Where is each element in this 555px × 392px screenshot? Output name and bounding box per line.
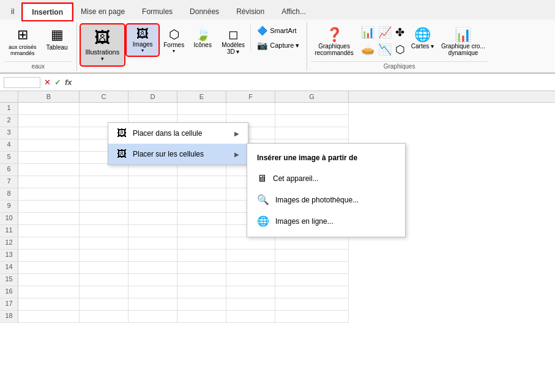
smartart-button[interactable]: 🔷 SmartArt [253, 24, 303, 37]
line-chart-button[interactable]: 📈 [377, 24, 393, 40]
grid-cell[interactable] [177, 286, 226, 298]
grid-cell[interactable] [80, 311, 129, 323]
grid-cell[interactable] [80, 286, 129, 298]
tableaux-croises-button[interactable]: ⊞ aux croisésmmandés [5, 24, 40, 59]
formes-button[interactable]: ⬡ Formes ▾ [160, 24, 188, 56]
pie-chart-button[interactable]: 🥧 [360, 42, 376, 57]
grid-cell[interactable] [275, 274, 349, 286]
grid-cell[interactable] [275, 213, 349, 225]
grid-cell[interactable] [275, 286, 349, 298]
icones-button[interactable]: 🍃 Icônes [189, 24, 216, 51]
grid-cell[interactable] [275, 164, 349, 176]
grid-cell[interactable] [226, 286, 275, 298]
confirm-icon[interactable]: ✓ [54, 78, 61, 87]
grid-cell[interactable] [226, 213, 275, 225]
grid-cell[interactable] [80, 201, 129, 213]
grid-cell[interactable] [226, 188, 275, 201]
grid-cell[interactable] [275, 225, 349, 237]
grid-cell[interactable] [226, 201, 275, 213]
grid-cell[interactable] [80, 127, 129, 139]
graphiques-recommandes-button[interactable]: ❓ Graphiquesrecommandés [311, 24, 357, 59]
grid-cell[interactable] [18, 176, 80, 188]
grid-cell[interactable] [226, 127, 275, 139]
grid-cell[interactable] [129, 176, 177, 188]
grid-cell[interactable] [177, 152, 226, 164]
tab-donnees[interactable]: Données [181, 4, 228, 20]
grid-cell[interactable] [18, 237, 80, 250]
grid-cell[interactable] [129, 311, 177, 323]
grid-cell[interactable] [177, 115, 226, 127]
grid-cell[interactable] [275, 188, 349, 201]
grid-cell[interactable] [275, 176, 349, 188]
grid-cell[interactable] [80, 164, 129, 176]
grid-cell[interactable] [129, 201, 177, 213]
grid-cell[interactable] [226, 103, 275, 115]
grid-cell[interactable] [275, 152, 349, 164]
grid-cell[interactable] [18, 250, 80, 262]
grid-cell[interactable] [226, 225, 275, 237]
grid-cell[interactable] [129, 298, 177, 311]
cartes-button[interactable]: 🌐 Cartes ▾ [409, 24, 436, 52]
tab-mise-en-page[interactable]: Mise en page [72, 4, 133, 20]
grid-cell[interactable] [226, 176, 275, 188]
bar-chart-button[interactable]: 📊 [360, 24, 376, 40]
grid-cell[interactable] [177, 213, 226, 225]
grid-cell[interactable] [80, 225, 129, 237]
grid-cell[interactable] [177, 250, 226, 262]
grid-cell[interactable] [18, 201, 80, 213]
grid-cell[interactable] [18, 164, 80, 176]
grid-cell[interactable] [275, 298, 349, 311]
grid-cell[interactable] [226, 250, 275, 262]
grid-cell[interactable] [80, 176, 129, 188]
grid-cell[interactable] [129, 188, 177, 201]
grid-cell[interactable] [18, 127, 80, 139]
grid-cell[interactable] [18, 103, 80, 115]
grid-cell[interactable] [226, 152, 275, 164]
grid-cell[interactable] [226, 311, 275, 323]
tab-affichage[interactable]: Affich... [273, 4, 315, 20]
grid-cell[interactable] [177, 127, 226, 139]
grid-cell[interactable] [129, 262, 177, 274]
grid-cell[interactable] [80, 188, 129, 201]
grid-cell[interactable] [129, 127, 177, 139]
grid-cell[interactable] [80, 298, 129, 311]
grid-cell[interactable] [177, 176, 226, 188]
grid-cell[interactable] [177, 164, 226, 176]
grid-cell[interactable] [129, 164, 177, 176]
grid-cell[interactable] [275, 139, 349, 152]
grid-cell[interactable] [226, 139, 275, 152]
tableau-button[interactable]: ▦ Tableau [43, 24, 72, 53]
grid-cell[interactable] [129, 152, 177, 164]
grid-cell[interactable] [18, 115, 80, 127]
grid-cell[interactable] [80, 152, 129, 164]
grid-cell[interactable] [80, 115, 129, 127]
grid-cell[interactable] [177, 237, 226, 250]
graphique-croise-button[interactable]: 📊 Graphique cro...dynamique [439, 24, 488, 59]
fx-icon[interactable]: fx [65, 78, 72, 87]
grid-cell[interactable] [18, 188, 80, 201]
grid-cell[interactable] [80, 213, 129, 225]
grid-cell[interactable] [18, 213, 80, 225]
scatter-button[interactable]: ✤ [394, 24, 406, 40]
grid-cell[interactable] [18, 286, 80, 298]
more-charts-button[interactable]: ⬡ [394, 42, 406, 57]
grid-cell[interactable] [80, 262, 129, 274]
formula-input[interactable] [76, 79, 551, 86]
grid-cell[interactable] [226, 274, 275, 286]
grid-cell[interactable] [18, 311, 80, 323]
illustrations-button[interactable]: 🖼 Illustrations ▾ [81, 24, 125, 65]
tab-revision[interactable]: Révision [228, 4, 273, 20]
grid-cell[interactable] [129, 139, 177, 152]
grid-cell[interactable] [80, 274, 129, 286]
grid-cell[interactable] [177, 311, 226, 323]
grid-cell[interactable] [129, 237, 177, 250]
grid-cell[interactable] [226, 115, 275, 127]
grid-cell[interactable] [177, 225, 226, 237]
grid-cell[interactable] [80, 139, 129, 152]
grid-cell[interactable] [18, 274, 80, 286]
grid-cell[interactable] [275, 103, 349, 115]
grid-cell[interactable] [275, 237, 349, 250]
grid-cell[interactable] [177, 274, 226, 286]
grid-cell[interactable] [177, 201, 226, 213]
grid-cell[interactable] [177, 139, 226, 152]
